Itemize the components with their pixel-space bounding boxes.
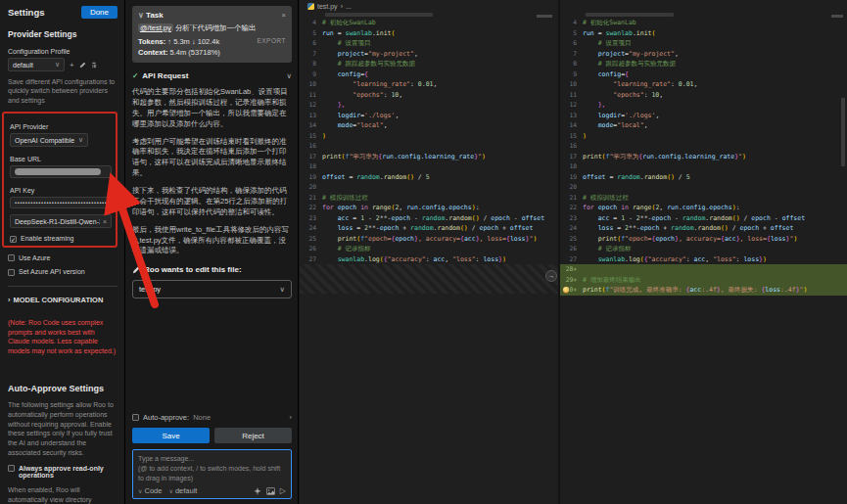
code-line: 14 mode="local",	[560, 120, 847, 131]
code-text: run = swanlab.init(	[583, 28, 655, 39]
line-number: 21	[300, 193, 322, 204]
profile-select[interactable]: default ∨	[8, 58, 65, 71]
code-line: 4# 初始化SwanLab	[560, 18, 847, 28]
enable-streaming-row[interactable]: ✓ Enable streaming	[10, 235, 112, 243]
add-profile-button[interactable]: +	[70, 61, 74, 69]
code-line: 26 # 记录指标	[560, 244, 847, 254]
code-line: 14 mode="local",	[300, 120, 558, 131]
line-number: 25	[560, 234, 583, 245]
chevron-down-icon: ∨	[280, 285, 286, 294]
code-text: logdir='./logs',	[583, 111, 659, 121]
api-request-paragraph: 接下来，我检查了代码的结构，确保添加的代码不会干扰现有的逻辑。在第25行之后添加…	[132, 186, 292, 218]
checkbox-unchecked[interactable]	[8, 465, 15, 472]
code-text: for epoch in range(2, run.config.epochs)…	[583, 203, 740, 213]
api-key-label: API Key	[10, 187, 112, 194]
breadcrumb[interactable]: test.py › ...	[300, 0, 558, 13]
api-provider-select[interactable]: OpenAI Compatible ∨	[10, 133, 88, 147]
edit-file-box[interactable]: test.py ∨	[132, 280, 292, 298]
code-line: 5run = swanlab.init(	[300, 28, 558, 39]
code-line: 23 acc = 1 - 2**-epoch - random.random()…	[560, 213, 847, 224]
code-line: 18	[300, 161, 558, 172]
close-task-icon[interactable]: ×	[282, 11, 286, 20]
lightbulb-icon[interactable]	[563, 287, 569, 293]
code-line-added: 28+	[560, 264, 847, 275]
code-text: )	[322, 131, 326, 142]
code-text: print(f"学习率为{run.config.learning_rate}")	[322, 152, 486, 162]
base-url-input[interactable]	[10, 165, 112, 178]
line-number: 17	[560, 152, 583, 162]
settings-title: Settings	[8, 7, 44, 18]
model-configuration-toggle[interactable]: › MODEL CONFIGURATION	[8, 296, 118, 304]
file-mention-badge[interactable]: @/test.py	[138, 23, 173, 32]
reject-button[interactable]: Reject	[214, 428, 292, 443]
model-selector[interactable]: DeepSeek-R1-Distill-Qwen-32 ×	[10, 214, 112, 228]
code-line: 27 swanlab.log({"accuracy": acc, "loss":…	[300, 254, 558, 265]
code-text: print(f"epoch={epoch}, accuracy={acc}, l…	[583, 234, 797, 245]
line-number: 8	[560, 59, 583, 69]
line-number: 7	[300, 49, 322, 60]
line-number: 12	[560, 100, 583, 111]
always-approve-description: When enabled, Roo will automatically vie…	[8, 485, 118, 504]
save-button[interactable]: Save	[132, 428, 210, 443]
scrollbar-thumb[interactable]	[831, 15, 843, 18]
code-line: 21# 模拟训练过程	[560, 193, 847, 204]
tokens-stat: Tokens: ↑ 5.3m ↓ 102.4k	[138, 37, 219, 46]
code-line: 24 loss = 2**-epoch + random.random() / …	[560, 223, 847, 234]
always-approve-row[interactable]: Always approve read-only operations	[8, 465, 118, 479]
code-line-added: 30+print(f"训练完成, 最终准确率: {acc:.4f}, 最终损失:…	[560, 285, 847, 296]
line-number: 24	[300, 223, 322, 234]
export-button[interactable]: EXPORT	[257, 37, 286, 46]
set-azure-version-row[interactable]: Set Azure API version	[8, 268, 118, 276]
code-line: 8 # 跟踪超参数与实验元数据	[560, 59, 847, 69]
close-icon[interactable]: ×	[103, 218, 107, 225]
diff-revert-arrow-button[interactable]: →	[545, 270, 557, 282]
checkbox-unchecked[interactable]	[8, 269, 15, 276]
auto-approve-toggle-row[interactable]: Auto-approve: None ›	[132, 413, 292, 422]
api-key-input[interactable]: •••••••••••••••••••••••••••••••••••	[10, 197, 112, 208]
line-number: 27	[300, 254, 322, 265]
code-line: 10 "learning_rate": 0.01,	[560, 79, 847, 90]
provider-settings-heading: Provider Settings	[8, 29, 118, 39]
line-number: 4	[560, 18, 583, 28]
line-number: 25	[300, 234, 322, 245]
code-line: 13 logdir='./logs',	[560, 111, 847, 121]
divider	[8, 286, 118, 287]
checkbox-unchecked[interactable]	[8, 254, 15, 261]
checkbox-checked[interactable]: ✓	[10, 236, 17, 243]
code-text: offset = random.random() / 5	[583, 172, 690, 183]
api-request-row[interactable]: ✓ API Request ∨	[132, 71, 292, 80]
model-warning-note: (Note: Roo Code uses complex prompts and…	[8, 318, 118, 356]
code-line: 19offset = random.random() / 5	[560, 172, 847, 183]
mode-select[interactable]: ∨ Code	[138, 486, 162, 495]
code-line: 6 # 设置项目	[560, 38, 847, 49]
api-profile-select[interactable]: ∨ default	[168, 486, 197, 495]
code-line: 18	[560, 161, 847, 172]
send-icon[interactable]: ▷	[280, 486, 286, 495]
line-number: 13	[300, 111, 322, 121]
code-text: # 设置项目	[322, 38, 370, 49]
tokens-down: ↓ 102.4k	[192, 37, 219, 46]
code-line-added: 29+# 增加最终结果输出	[560, 275, 847, 286]
code-line: 13 logdir='./logs',	[300, 111, 558, 121]
use-azure-row[interactable]: Use Azure	[8, 254, 118, 262]
done-button[interactable]: Done	[81, 6, 118, 19]
line-number: 19	[300, 172, 322, 183]
delete-profile-button[interactable]	[91, 62, 97, 69]
line-number: 6	[560, 38, 583, 49]
code-text: "epochs": 10,	[583, 90, 663, 101]
chevron-right-icon[interactable]: ›	[290, 413, 293, 422]
scrollbar-thumb[interactable]	[841, 98, 845, 166]
task-header[interactable]: ∨ Task	[138, 11, 164, 20]
checkbox-unchecked[interactable]	[132, 414, 139, 421]
line-number: 5	[560, 28, 583, 39]
line-number: 11	[300, 90, 322, 101]
scrollbar-thumb[interactable]	[537, 15, 552, 18]
settings-panel: Settings Done Provider Settings Configur…	[0, 0, 125, 504]
message-input[interactable]: Type a message... (@ to add context, / t…	[132, 449, 292, 499]
edit-profile-button[interactable]	[79, 62, 86, 69]
code-text: run = swanlab.init(	[322, 28, 395, 39]
enhance-prompt-icon[interactable]	[254, 487, 261, 495]
api-provider-label: API Provider	[10, 123, 112, 130]
pencil-icon	[79, 62, 86, 69]
image-icon[interactable]	[266, 487, 275, 495]
